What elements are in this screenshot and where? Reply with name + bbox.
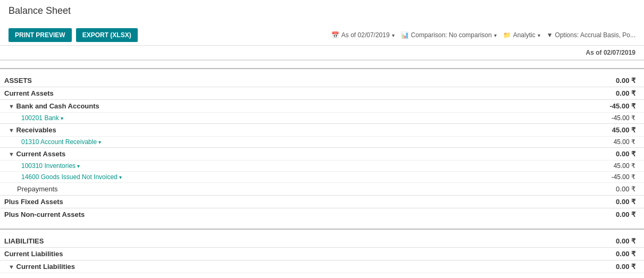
toolbar-right: 📅 As of 02/07/2019 ▾ 📊 Comparison: No co… [331,31,635,39]
table-row: Current Assets0.00 ₹ [0,87,644,100]
section-value: 0.00 ₹ [435,69,644,87]
account-value: -45.00 ₹ [435,172,644,183]
table-row: Payables0.00 ₹ [0,273,644,276]
subgroup-label: ▼ Current Assets [0,148,435,161]
folder-icon: 📁 [503,31,511,39]
account-label[interactable]: 14600 Goods Issued Not Invoiced [0,172,435,183]
subgroup-value: -45.00 ₹ [435,100,644,113]
date-filter-arrow: ▾ [392,32,395,38]
group-value: 0.00 ₹ [435,248,644,260]
collapse-icon[interactable]: ▼ [9,127,14,133]
account-label[interactable]: 100310 Inventories [0,161,435,172]
group-value: 0.00 ₹ [435,208,644,221]
account-label[interactable]: 01310 Account Receivable [0,137,435,148]
print-preview-button[interactable]: PRINT PREVIEW [9,28,72,42]
account-link[interactable]: 100201 Bank [21,114,63,122]
section-label: ASSETS [0,69,435,87]
account-link[interactable]: 14600 Goods Issued Not Invoiced [21,173,122,181]
collapse-icon[interactable]: ▼ [9,264,14,270]
export-xlsx-button[interactable]: EXPORT (XLSX) [76,28,138,42]
collapse-icon[interactable]: ▼ [9,151,14,157]
account-value: 45.00 ₹ [435,161,644,172]
comparison-arrow: ▾ [494,32,497,38]
table-row: ▼ Current Liabilities0.00 ₹ [0,260,644,273]
options-filter[interactable]: ▼ Options: Accrual Basis, Po... [547,31,635,39]
account-link[interactable]: 100310 Inventories [21,162,80,170]
date-filter[interactable]: 📅 As of 02/07/2019 ▾ [331,31,395,39]
subgroup-label: ▼ Bank and Cash Accounts [0,100,435,113]
group-label: Current Assets [0,87,435,100]
indent-label: Payables [0,273,435,276]
collapse-icon[interactable]: ▼ [9,103,14,109]
section-value: 0.00 ₹ [435,229,644,248]
filter-icon: ▼ [547,31,553,39]
table-row: LIABILITIES0.00 ₹ [0,229,644,248]
report-container: As of 02/07/2019 ASSETS0.00 ₹Current Ass… [0,46,644,276]
table-row: Prepayments0.00 ₹ [0,183,644,196]
subgroup-label: ▼ Current Liabilities [0,260,435,273]
indent-label: Prepayments [0,183,435,196]
group-label: Current Liabilities [0,248,435,260]
account-label[interactable]: 100201 Bank [0,113,435,124]
col-label-header [0,46,435,60]
subgroup-value: 0.00 ₹ [435,148,644,161]
table-row: 100201 Bank-45.00 ₹ [0,113,644,124]
group-value: 0.00 ₹ [435,87,644,100]
analytic-arrow: ▾ [538,32,540,38]
account-value: 45.00 ₹ [435,137,644,148]
table-row: Plus Fixed Assets0.00 ₹ [0,196,644,208]
account-link[interactable]: 01310 Account Receivable [21,138,101,146]
table-row: ▼ Current Assets0.00 ₹ [0,148,644,161]
section-label: LIABILITIES [0,229,435,248]
toolbar-left: PRINT PREVIEW EXPORT (XLSX) [9,28,138,42]
table-row: ASSETS0.00 ₹ [0,69,644,87]
table-row: Plus Non-current Assets0.00 ₹ [0,208,644,221]
table-row: Current Liabilities0.00 ₹ [0,248,644,260]
table-row: 100310 Inventories45.00 ₹ [0,161,644,172]
toolbar: PRINT PREVIEW EXPORT (XLSX) 📅 As of 02/0… [0,25,644,46]
indent-value: 0.00 ₹ [435,273,644,276]
table-row: ▼ Bank and Cash Accounts-45.00 ₹ [0,100,644,113]
col-date-header: As of 02/07/2019 [435,46,644,60]
group-value: 0.00 ₹ [435,196,644,208]
group-label: Plus Non-current Assets [0,208,435,221]
page-title: Balance Sheet [9,5,635,16]
table-row: 01310 Account Receivable45.00 ₹ [0,137,644,148]
table-row: ▼ Receivables45.00 ₹ [0,124,644,137]
subgroup-value: 0.00 ₹ [435,260,644,273]
group-label: Plus Fixed Assets [0,196,435,208]
account-value: -45.00 ₹ [435,113,644,124]
subgroup-value: 45.00 ₹ [435,124,644,137]
chart-icon: 📊 [401,31,409,39]
analytic-filter[interactable]: 📁 Analytic ▾ [503,31,540,39]
balance-sheet-table: As of 02/07/2019 ASSETS0.00 ₹Current Ass… [0,46,644,276]
calendar-icon: 📅 [331,31,339,39]
indent-value: 0.00 ₹ [435,183,644,196]
comparison-filter[interactable]: 📊 Comparison: No comparison ▾ [401,31,497,39]
table-row: 14600 Goods Issued Not Invoiced-45.00 ₹ [0,172,644,183]
subgroup-label: ▼ Receivables [0,124,435,137]
